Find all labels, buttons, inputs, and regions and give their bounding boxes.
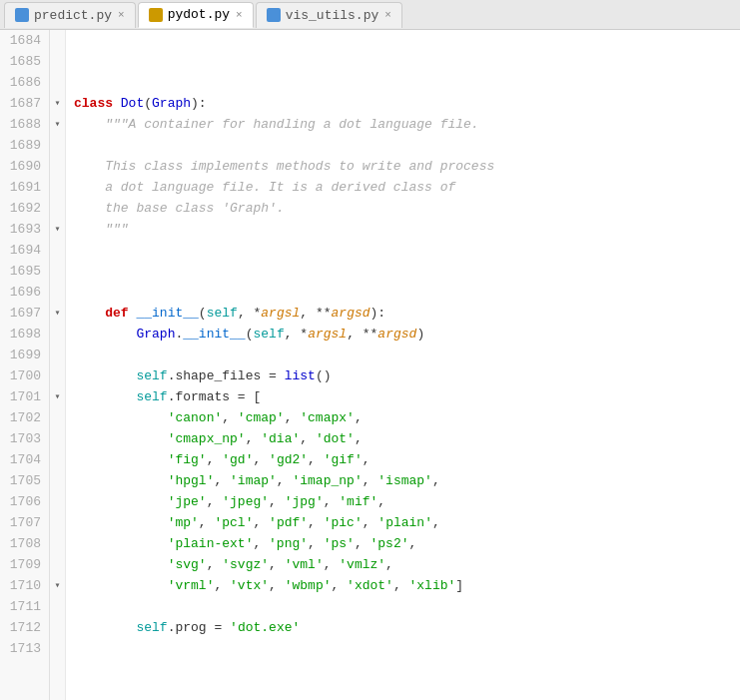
ln-1709: 1709 — [0, 554, 49, 575]
ln-1699: 1699 — [0, 345, 49, 365]
fold-1694 — [50, 240, 65, 261]
tab-predict[interactable]: predict.py × — [4, 2, 136, 28]
tab-label-vis-utils: vis_utils.py — [286, 8, 379, 23]
code-line-1699 — [66, 345, 740, 365]
docstring-1690: This class implements methods to write a… — [74, 156, 494, 177]
code-line-1707: 'mp', 'pcl', 'pdf', 'pic', 'plain', — [66, 512, 740, 533]
tab-icon-vis-utils — [267, 8, 281, 22]
code-line-1692: the base class 'Graph'. — [66, 198, 740, 219]
ln-1691: 1691 — [0, 177, 49, 198]
code-line-1687: class Dot(Graph): — [66, 93, 740, 114]
code-line-1705: 'hpgl', 'imap', 'imap_np', 'ismap', — [66, 470, 740, 491]
fold-1711 — [50, 596, 65, 617]
method-init: __init__ — [136, 303, 198, 324]
code-line-1694 — [66, 240, 740, 261]
fold-1704 — [50, 449, 65, 470]
ln-1703: 1703 — [0, 428, 49, 449]
fold-1705 — [50, 470, 65, 491]
tab-bar: predict.py × pydot.py × vis_utils.py × — [0, 0, 740, 30]
fold-1690 — [50, 156, 65, 177]
tab-label-pydot: pydot.py — [168, 7, 230, 22]
docstring-1693: """ — [74, 219, 129, 240]
code-line-1711 — [66, 596, 740, 617]
fold-1698 — [50, 324, 65, 345]
code-content[interactable]: class Dot(Graph): """A container for han… — [66, 30, 740, 700]
fold-1701[interactable]: ▾ — [50, 386, 65, 407]
ln-1688: 1688 — [0, 114, 49, 135]
editor: 1684 1685 1686 1687 1688 1689 1690 1691 … — [0, 30, 740, 700]
fold-1713 — [50, 638, 65, 659]
ln-1710: 1710 — [0, 575, 49, 596]
code-line-1701: self.formats = [ — [66, 386, 740, 407]
fold-1700 — [50, 365, 65, 386]
tab-pydot[interactable]: pydot.py × — [138, 2, 254, 28]
tab-close-pydot[interactable]: × — [236, 9, 243, 21]
code-line-1709: 'svg', 'svgz', 'vml', 'vmlz', — [66, 554, 740, 575]
ln-1698: 1698 — [0, 324, 49, 345]
fold-1697[interactable]: ▾ — [50, 303, 65, 324]
code-line-1686 — [66, 72, 740, 93]
code-line-1688: """A container for handling a dot langua… — [66, 114, 740, 135]
tab-icon-pydot — [149, 8, 163, 22]
code-line-1695 — [66, 261, 740, 282]
ln-1704: 1704 — [0, 449, 49, 470]
code-line-1700: self.shape_files = list() — [66, 365, 740, 386]
code-line-1684 — [66, 30, 740, 51]
tab-vis-utils[interactable]: vis_utils.py × — [256, 2, 402, 28]
code-line-1710: 'vrml', 'vtx', 'wbmp', 'xdot', 'xlib'] — [66, 575, 740, 596]
tab-label-predict: predict.py — [34, 8, 112, 23]
class-name-graph: Graph — [152, 93, 191, 114]
ln-1696: 1696 — [0, 282, 49, 303]
code-line-1696 — [66, 282, 740, 303]
line-numbers: 1684 1685 1686 1687 1688 1689 1690 1691 … — [0, 30, 50, 700]
code-line-1693: """ — [66, 219, 740, 240]
fold-1685 — [50, 51, 65, 72]
ln-1684: 1684 — [0, 30, 49, 51]
paren-open: ( — [144, 93, 152, 114]
fold-1699 — [50, 345, 65, 365]
docstring-1688: """A container for handling a dot langua… — [74, 114, 479, 135]
fold-1693[interactable]: ▾ — [50, 219, 65, 240]
fold-1684 — [50, 30, 65, 51]
code-line-1706: 'jpe', 'jpeg', 'jpg', 'mif', — [66, 491, 740, 512]
ln-1690: 1690 — [0, 156, 49, 177]
tab-close-vis-utils[interactable]: × — [384, 9, 391, 21]
code-line-1708: 'plain-ext', 'png', 'ps', 'ps2', — [66, 533, 740, 554]
tab-close-predict[interactable]: × — [118, 9, 125, 21]
code-line-1685 — [66, 51, 740, 72]
fold-1687[interactable]: ▾ — [50, 93, 65, 114]
ln-1694: 1694 — [0, 240, 49, 261]
paren-close: ): — [191, 93, 207, 114]
fold-1702 — [50, 407, 65, 428]
ln-1695: 1695 — [0, 261, 49, 282]
ln-1706: 1706 — [0, 491, 49, 512]
ln-1707: 1707 — [0, 512, 49, 533]
ln-1702: 1702 — [0, 407, 49, 428]
fold-1696 — [50, 282, 65, 303]
code-line-1690: This class implements methods to write a… — [66, 156, 740, 177]
ln-1713: 1713 — [0, 638, 49, 659]
ln-1708: 1708 — [0, 533, 49, 554]
fold-1707 — [50, 512, 65, 533]
tab-icon-predict — [15, 8, 29, 22]
ln-1689: 1689 — [0, 135, 49, 156]
fold-1709 — [50, 554, 65, 575]
ln-1697: 1697 — [0, 303, 49, 324]
ln-1692: 1692 — [0, 198, 49, 219]
fold-1686 — [50, 72, 65, 93]
keyword-def: def — [105, 303, 136, 324]
code-line-1691: a dot language file. It is a derived cla… — [66, 177, 740, 198]
code-line-1702: 'canon', 'cmap', 'cmapx', — [66, 407, 740, 428]
ln-1705: 1705 — [0, 470, 49, 491]
code-line-1689 — [66, 135, 740, 156]
ln-1712: 1712 — [0, 617, 49, 638]
fold-1710[interactable]: ▾ — [50, 575, 65, 596]
keyword-class: class — [74, 93, 121, 114]
fold-1708 — [50, 533, 65, 554]
fold-1689 — [50, 135, 65, 156]
class-name-dot: Dot — [121, 93, 144, 114]
fold-1695 — [50, 261, 65, 282]
docstring-1692: the base class 'Graph'. — [74, 198, 285, 219]
code-line-1698: Graph.__init__(self, *argsl, **argsd) — [66, 324, 740, 345]
fold-1688[interactable]: ▾ — [50, 114, 65, 135]
